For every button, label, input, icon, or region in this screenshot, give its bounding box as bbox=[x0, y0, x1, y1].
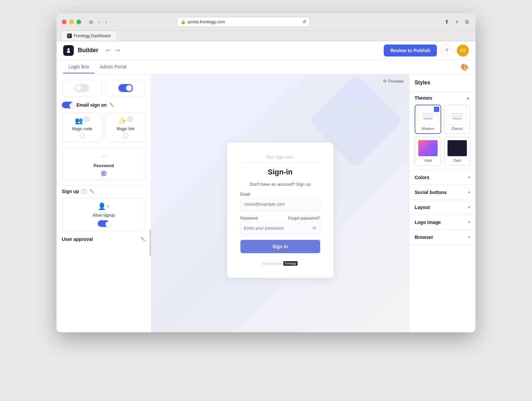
browser-window: ⊞ ‹ › 🔒 portal.frontegg.com ↺ ⬆ + ⧉ F Fr… bbox=[57, 13, 475, 332]
theme-modern[interactable]: ✓ Modern bbox=[415, 105, 441, 134]
email-input[interactable] bbox=[240, 198, 320, 211]
password-icon: ⋯ bbox=[100, 152, 107, 160]
logo-image-section[interactable]: Logo image ▾ bbox=[409, 215, 475, 230]
logo-icon bbox=[65, 47, 72, 54]
theme-classic-name: Classic bbox=[451, 127, 463, 131]
help-button[interactable]: ? bbox=[441, 45, 453, 56]
magic-code-card: 👥 ? Magic code bbox=[62, 112, 102, 143]
preview-button[interactable]: ⧉ Preview bbox=[383, 78, 404, 84]
email-sign-on-toggle[interactable] bbox=[62, 102, 74, 108]
forward-button[interactable]: › bbox=[104, 18, 108, 26]
traffic-lights bbox=[62, 20, 81, 24]
magic-code-radio[interactable] bbox=[79, 133, 85, 139]
magic-code-help-icon[interactable]: ? bbox=[84, 117, 89, 122]
sign-up-link[interactable]: Sign up bbox=[296, 182, 311, 187]
browser-section[interactable]: Browser ▾ bbox=[409, 230, 475, 245]
password-visibility-toggle[interactable]: 👁 bbox=[312, 226, 317, 231]
social-buttons-section[interactable]: Social buttons ▾ bbox=[409, 185, 475, 200]
colors-section-title: Colors bbox=[415, 175, 429, 180]
logo-image-section-title: Logo image bbox=[415, 220, 441, 225]
password-label: Password bbox=[93, 163, 114, 168]
powered-by: Powered by frontegg bbox=[263, 261, 298, 266]
refresh-icon[interactable]: ↺ bbox=[303, 19, 306, 24]
palette-button[interactable]: 🎨 bbox=[461, 63, 469, 71]
close-window-button[interactable] bbox=[62, 20, 66, 24]
user-approval-edit-icon[interactable]: ✏️ bbox=[141, 237, 146, 242]
themes-section-title: Themes bbox=[415, 95, 432, 101]
layout-section-arrow-icon: ▾ bbox=[468, 205, 470, 210]
address-bar[interactable]: 🔒 portal.frontegg.com ↺ bbox=[177, 17, 310, 27]
signup-section: Sign up ? ✏️ 👤+ Allow signup bbox=[62, 189, 146, 231]
toggle-card-2 bbox=[106, 80, 146, 96]
colors-section[interactable]: Colors ▾ bbox=[409, 170, 475, 185]
social-buttons-section-title: Social buttons bbox=[415, 190, 447, 195]
maximize-window-button[interactable] bbox=[76, 20, 81, 24]
allow-signup-label: Allow signup bbox=[92, 213, 115, 218]
theme-vivid-preview bbox=[418, 140, 438, 156]
magic-code-icon: 👥 ? bbox=[75, 117, 89, 125]
no-account-text: Don't have an account? bbox=[250, 182, 295, 187]
theme-dark-name: Dark bbox=[453, 158, 461, 162]
email-sign-on-section-header: Email sign on ✏️ bbox=[62, 102, 146, 108]
magic-link-help-icon[interactable]: ? bbox=[128, 117, 133, 122]
app-content: Builder ↩ ↪ Review to Publish ? AZ Login… bbox=[57, 41, 475, 332]
tabs-overview-button[interactable]: ⧉ bbox=[464, 18, 470, 26]
preview-line-1 bbox=[422, 113, 434, 114]
browser-tab-bar: F Frontegg Dashboard bbox=[57, 31, 475, 41]
tab-admin-portal[interactable]: Admin Portal bbox=[94, 61, 132, 73]
toggle-switch-1[interactable] bbox=[74, 84, 89, 92]
preview-line-2 bbox=[422, 115, 434, 117]
allow-signup-toggle[interactable] bbox=[98, 220, 110, 227]
frontegg-badge: frontegg bbox=[283, 261, 298, 266]
avatar[interactable]: AZ bbox=[457, 45, 469, 56]
tab-login-box[interactable]: Login Box bbox=[63, 61, 94, 73]
preview-header: ⧉ Preview bbox=[151, 74, 409, 88]
toggle-switch-2[interactable] bbox=[118, 84, 133, 92]
magic-code-label: Magic code bbox=[72, 127, 92, 131]
email-sign-on-label: Email sign on bbox=[76, 102, 107, 108]
allow-signup-icon: 👤+ bbox=[98, 202, 110, 210]
magic-link-icon: ✨ ? bbox=[118, 117, 133, 125]
layout-section[interactable]: Layout ▾ bbox=[409, 200, 475, 215]
preview-icon: ⧉ bbox=[383, 78, 386, 84]
user-approval-label: User approval bbox=[62, 237, 93, 242]
theme-dark[interactable]: Dark bbox=[444, 137, 470, 166]
lock-icon: 🔒 bbox=[181, 19, 186, 24]
back-button[interactable]: ‹ bbox=[97, 18, 101, 26]
sidebar-toggle-button[interactable]: ⊞ bbox=[88, 18, 94, 26]
email-sign-on-edit-icon[interactable]: ✏️ bbox=[109, 103, 114, 107]
nav-tabs: Login Box Admin Portal 🎨 bbox=[57, 60, 475, 74]
theme-dark-preview bbox=[447, 140, 467, 156]
password-field-row: Password Forgot password? bbox=[240, 216, 320, 221]
url-text: portal.frontegg.com bbox=[188, 19, 225, 24]
signup-help-icon[interactable]: ? bbox=[81, 189, 87, 194]
password-input-wrapper: 👁 bbox=[240, 222, 320, 235]
toggle-row bbox=[62, 80, 146, 96]
theme-modern-check-icon: ✓ bbox=[434, 107, 439, 112]
magic-link-radio[interactable] bbox=[123, 133, 128, 139]
tab-favicon: F bbox=[67, 34, 72, 38]
redo-button[interactable]: ↪ bbox=[113, 46, 122, 55]
password-field-label: Password bbox=[240, 216, 258, 221]
scroll-bar[interactable] bbox=[150, 229, 151, 256]
undo-button[interactable]: ↩ bbox=[104, 46, 112, 55]
share-button[interactable]: ⬆ bbox=[443, 17, 450, 26]
signup-edit-icon[interactable]: ✏️ bbox=[89, 189, 94, 194]
browser-tab[interactable]: F Frontegg Dashboard bbox=[62, 31, 116, 41]
browser-section-arrow-icon: ▾ bbox=[468, 235, 470, 240]
forgot-password-link[interactable]: Forgot password? bbox=[288, 216, 320, 221]
minimize-window-button[interactable] bbox=[69, 20, 74, 24]
login-card: Your logo here. Sign-in Don't have an ac… bbox=[227, 143, 333, 278]
review-to-publish-button[interactable]: Review to Publish bbox=[384, 45, 437, 56]
password-input[interactable] bbox=[240, 222, 320, 235]
theme-vivid[interactable]: Vivid bbox=[415, 137, 441, 166]
themes-section-header[interactable]: Themes ▲ bbox=[415, 95, 470, 101]
login-title: Sign-in bbox=[268, 168, 293, 176]
sign-in-button[interactable]: Sign in bbox=[240, 240, 320, 253]
theme-classic[interactable]: Classic bbox=[444, 105, 470, 134]
svg-point-1 bbox=[67, 50, 70, 53]
new-tab-button[interactable]: + bbox=[454, 18, 460, 26]
logo-placeholder: Your logo here. bbox=[240, 154, 320, 162]
help-icon: ? bbox=[446, 48, 448, 53]
password-radio[interactable] bbox=[101, 171, 106, 176]
